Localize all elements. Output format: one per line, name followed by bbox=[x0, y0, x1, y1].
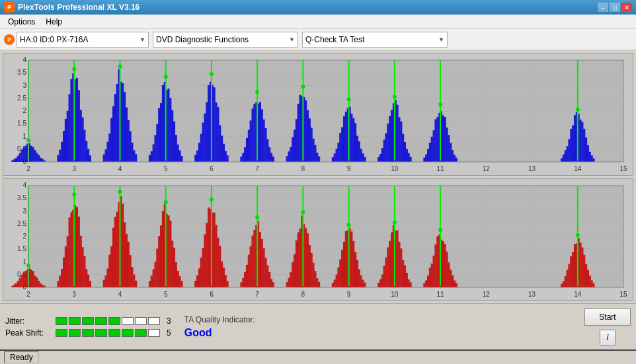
indicators-section: Jitter: 3 Peak Shift: bbox=[5, 316, 171, 338]
peak-cell-1 bbox=[56, 329, 67, 337]
peak-cell-3 bbox=[82, 329, 94, 337]
peak-cell-5 bbox=[108, 329, 120, 337]
title-bar: P PlexTools Professional XL V3.16 – □ ✕ bbox=[0, 0, 636, 15]
test-select-value: Q-Check TA Test bbox=[305, 35, 364, 44]
status-panel: Ready bbox=[4, 351, 39, 363]
peak-cell-6 bbox=[122, 329, 134, 337]
status-bar: Ready bbox=[0, 349, 636, 364]
jitter-row: Jitter: 3 bbox=[5, 316, 171, 326]
test-select[interactable]: Q-Check TA Test ▼ bbox=[302, 32, 448, 48]
jitter-value: 3 bbox=[167, 316, 171, 326]
peak-cell-8 bbox=[148, 329, 160, 337]
jitter-cell-6 bbox=[122, 317, 134, 325]
function-select-arrow: ▼ bbox=[289, 36, 295, 43]
menu-bar: Options Help bbox=[0, 15, 636, 29]
jitter-cell-2 bbox=[69, 317, 81, 325]
quality-label: TA Quality Indicator: bbox=[184, 315, 255, 324]
jitter-cell-1 bbox=[56, 317, 67, 325]
peak-cell-7 bbox=[135, 329, 147, 337]
menu-help[interactable]: Help bbox=[40, 16, 67, 28]
quality-section: TA Quality Indicator: Good bbox=[184, 315, 255, 339]
toolbar: P HA:0 ID:0 PX-716A ▼ DVD Diagnostic Fun… bbox=[0, 29, 636, 50]
top-chart-inner bbox=[3, 54, 633, 175]
jitter-label: Jitter: bbox=[5, 316, 52, 326]
info-button[interactable]: i bbox=[600, 330, 616, 346]
jitter-bar bbox=[56, 317, 160, 325]
drive-select[interactable]: HA:0 ID:0 PX-716A ▼ bbox=[17, 32, 149, 48]
menu-options[interactable]: Options bbox=[3, 16, 40, 28]
function-select[interactable]: DVD Diagnostic Functions ▼ bbox=[153, 32, 298, 48]
main-content bbox=[0, 50, 636, 303]
minimize-button[interactable]: – bbox=[598, 3, 608, 12]
start-button[interactable]: Start bbox=[584, 309, 631, 326]
peak-shift-bar bbox=[56, 329, 160, 337]
quality-value: Good bbox=[184, 327, 255, 339]
app-icon: P bbox=[4, 2, 15, 13]
top-chart-canvas bbox=[3, 54, 633, 175]
jitter-cell-5 bbox=[108, 317, 120, 325]
function-select-value: DVD Diagnostic Functions bbox=[156, 35, 249, 44]
peak-shift-value: 5 bbox=[167, 328, 171, 338]
bottom-chart-canvas bbox=[3, 179, 633, 301]
drive-select-value: HA:0 ID:0 PX-716A bbox=[20, 35, 88, 44]
jitter-cell-4 bbox=[95, 317, 107, 325]
top-chart-panel bbox=[3, 53, 633, 176]
bottom-bar: Jitter: 3 Peak Shift: bbox=[0, 303, 636, 349]
peak-shift-row: Peak Shift: 5 bbox=[5, 328, 171, 338]
bottom-chart-panel bbox=[3, 178, 633, 301]
jitter-cell-8 bbox=[148, 317, 160, 325]
peak-cell-2 bbox=[69, 329, 81, 337]
drive-select-arrow: ▼ bbox=[139, 36, 145, 43]
peak-shift-label: Peak Shift: bbox=[5, 328, 52, 338]
maximize-button[interactable]: □ bbox=[610, 3, 620, 12]
window-controls: – □ ✕ bbox=[598, 3, 632, 12]
close-button[interactable]: ✕ bbox=[621, 3, 632, 12]
test-select-arrow: ▼ bbox=[438, 36, 444, 43]
title-text: PlexTools Professional XL V3.16 bbox=[18, 3, 139, 12]
drive-icon: P bbox=[4, 34, 15, 45]
start-section: Start i bbox=[584, 309, 631, 346]
jitter-cell-3 bbox=[82, 317, 94, 325]
status-text: Ready bbox=[10, 353, 33, 362]
chart-container bbox=[3, 53, 633, 301]
peak-cell-4 bbox=[95, 329, 107, 337]
jitter-cell-7 bbox=[135, 317, 147, 325]
bottom-chart-inner bbox=[3, 179, 633, 301]
